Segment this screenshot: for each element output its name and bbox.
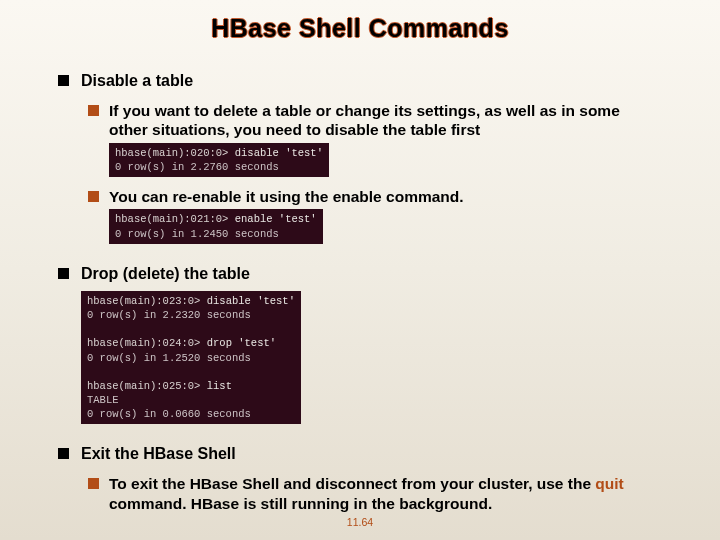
square-bullet-icon — [58, 448, 69, 459]
slide-title: HBase Shell Commands — [0, 0, 720, 43]
bullet-text: Exit the HBase Shell — [81, 444, 236, 464]
square-bullet-icon — [58, 268, 69, 279]
sub-bullet-enable-desc: You can re-enable it using the enable co… — [88, 187, 662, 206]
quit-keyword: quit — [595, 475, 623, 492]
bullet-text: Disable a table — [81, 71, 193, 91]
slide-content: Disable a table If you want to delete a … — [0, 43, 720, 513]
bullet-drop-table: Drop (delete) the table — [58, 264, 662, 284]
terminal-enable: hbase(main):021:0> enable 'test' 0 row(s… — [109, 206, 662, 243]
sub-bullet-exit-desc: To exit the HBase Shell and disconnect f… — [88, 474, 662, 513]
sub-bullet-text: You can re-enable it using the enable co… — [109, 187, 464, 206]
terminal-disable: hbase(main):020:0> disable 'test' 0 row(… — [109, 140, 662, 177]
page-number: 11.64 — [0, 516, 720, 528]
dot-bullet-icon — [88, 191, 99, 202]
sub-bullet-text: To exit the HBase Shell and disconnect f… — [109, 474, 662, 513]
bullet-text: Drop (delete) the table — [81, 264, 250, 284]
square-bullet-icon — [58, 75, 69, 86]
terminal-drop: hbase(main):023:0> disable 'test' 0 row(… — [81, 288, 662, 425]
bullet-disable-table: Disable a table — [58, 71, 662, 91]
dot-bullet-icon — [88, 478, 99, 489]
sub-bullet-text: If you want to delete a table or change … — [109, 101, 662, 140]
dot-bullet-icon — [88, 105, 99, 116]
bullet-exit-shell: Exit the HBase Shell — [58, 444, 662, 464]
sub-bullet-disable-desc: If you want to delete a table or change … — [88, 101, 662, 140]
